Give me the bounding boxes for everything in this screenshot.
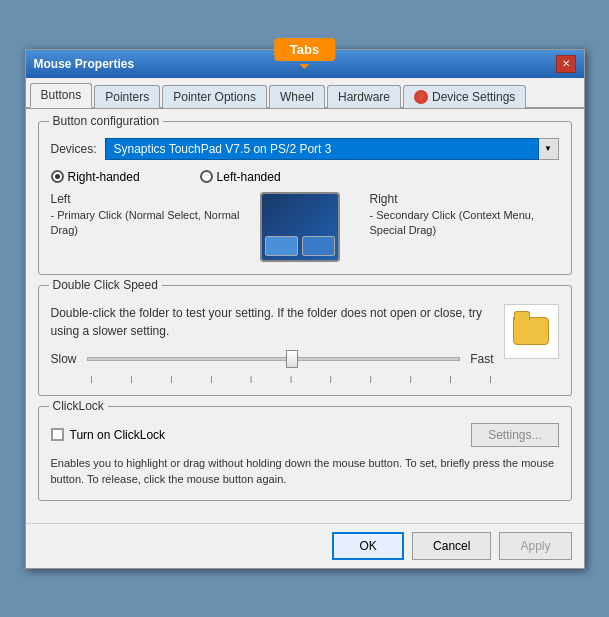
slow-label: Slow xyxy=(51,352,77,366)
tab-pointers[interactable]: Pointers xyxy=(94,85,160,108)
speed-slider-track[interactable] xyxy=(87,357,461,361)
double-click-title: Double Click Speed xyxy=(49,278,162,292)
clicklock-checkbox-row: Turn on ClickLock Settings... xyxy=(51,423,559,447)
slider-ticks: | | | | | | | | | | | xyxy=(51,374,494,383)
slider-row: Slow Fast xyxy=(51,352,494,366)
right-handed-label: Right-handed xyxy=(68,170,140,184)
tick-4: | xyxy=(210,374,212,383)
device-settings-icon xyxy=(414,90,428,104)
content-area: Button configuration Devices: Synaptics … xyxy=(26,109,584,523)
button-config-title: Button configuration xyxy=(49,114,164,128)
apply-button[interactable]: Apply xyxy=(499,532,571,560)
right-handed-radio[interactable]: Right-handed xyxy=(51,170,140,184)
right-handed-radio-circle xyxy=(51,170,64,183)
clicklock-checkbox[interactable] xyxy=(51,428,64,441)
fast-label: Fast xyxy=(470,352,493,366)
clicklock-checkbox-label[interactable]: Turn on ClickLock xyxy=(70,428,166,442)
speed-section: Double-click the folder to test your set… xyxy=(51,296,559,383)
tab-hardware[interactable]: Hardware xyxy=(327,85,401,108)
left-handed-radio[interactable]: Left-handed xyxy=(200,170,281,184)
tick-11: | xyxy=(489,374,491,383)
bottom-bar: OK Cancel Apply xyxy=(26,523,584,568)
touchpad-left-btn xyxy=(265,236,298,256)
title-bar: Mouse Properties ✕ xyxy=(26,50,584,78)
clicklock-group: ClickLock Turn on ClickLock Settings... … xyxy=(38,406,572,501)
tick-1: | xyxy=(91,374,93,383)
double-click-content: Double-click the folder to test your set… xyxy=(51,304,559,383)
close-button[interactable]: ✕ xyxy=(556,55,576,73)
ok-button[interactable]: OK xyxy=(332,532,404,560)
double-click-left: Double-click the folder to test your set… xyxy=(51,304,494,383)
devices-label: Devices: xyxy=(51,142,97,156)
tick-2: | xyxy=(130,374,132,383)
tab-container: Buttons Pointers Pointer Options Wheel H… xyxy=(26,78,584,109)
devices-dropdown-arrow[interactable]: ▼ xyxy=(539,138,559,160)
left-hand-desc: Left - Primary Click (Normal Select, Nor… xyxy=(51,192,240,239)
tick-5: | xyxy=(250,374,252,383)
clicklock-checkbox-left: Turn on ClickLock xyxy=(51,428,166,442)
tick-6: | xyxy=(290,374,292,383)
touchpad-image xyxy=(260,192,340,262)
touchpad-right-btn xyxy=(302,236,335,256)
tab-device-settings[interactable]: Device Settings xyxy=(403,85,526,108)
cancel-button[interactable]: Cancel xyxy=(412,532,491,560)
left-title: Left xyxy=(51,192,240,206)
radio-row: Right-handed Left-handed xyxy=(51,170,559,184)
clicklock-desc: Enables you to highlight or drag without… xyxy=(51,455,559,488)
button-config-group: Button configuration Devices: Synaptics … xyxy=(38,121,572,275)
double-click-desc: Double-click the folder to test your set… xyxy=(51,304,494,340)
double-click-group: Double Click Speed Double-click the fold… xyxy=(38,285,572,396)
tick-3: | xyxy=(170,374,172,383)
title-bar-controls: ✕ xyxy=(556,55,576,73)
folder-icon[interactable] xyxy=(504,304,559,359)
tick-8: | xyxy=(370,374,372,383)
tab-buttons[interactable]: Buttons xyxy=(30,83,93,108)
devices-row: Devices: Synaptics TouchPad V7.5 on PS/2… xyxy=(51,138,559,160)
clicklock-section: Turn on ClickLock Settings... Enables yo… xyxy=(51,417,559,488)
hands-description-row: Left - Primary Click (Normal Select, Nor… xyxy=(51,192,559,262)
devices-select-wrapper: Synaptics TouchPad V7.5 on PS/2 Port 3 ▼ xyxy=(105,138,559,160)
tick-7: | xyxy=(330,374,332,383)
devices-select-value[interactable]: Synaptics TouchPad V7.5 on PS/2 Port 3 xyxy=(105,138,539,160)
right-desc: - Secondary Click (Context Menu, Special… xyxy=(370,208,559,239)
folder-shape xyxy=(513,317,549,345)
tab-pointer-options[interactable]: Pointer Options xyxy=(162,85,267,108)
tab-bar: Buttons Pointers Pointer Options Wheel H… xyxy=(26,78,584,109)
tick-9: | xyxy=(410,374,412,383)
speed-slider-thumb[interactable] xyxy=(286,350,298,368)
clicklock-settings-button[interactable]: Settings... xyxy=(471,423,558,447)
left-desc: - Primary Click (Normal Select, Normal D… xyxy=(51,208,240,239)
tick-10: | xyxy=(450,374,452,383)
clicklock-title: ClickLock xyxy=(49,399,108,413)
right-title: Right xyxy=(370,192,559,206)
left-handed-radio-circle xyxy=(200,170,213,183)
left-handed-label: Left-handed xyxy=(217,170,281,184)
mouse-properties-window: Mouse Properties ✕ Buttons Pointers Poin… xyxy=(25,49,585,569)
touchpad-buttons xyxy=(265,236,335,256)
right-hand-desc: Right - Secondary Click (Context Menu, S… xyxy=(360,192,559,239)
tab-wheel[interactable]: Wheel xyxy=(269,85,325,108)
window-title: Mouse Properties xyxy=(34,57,135,71)
